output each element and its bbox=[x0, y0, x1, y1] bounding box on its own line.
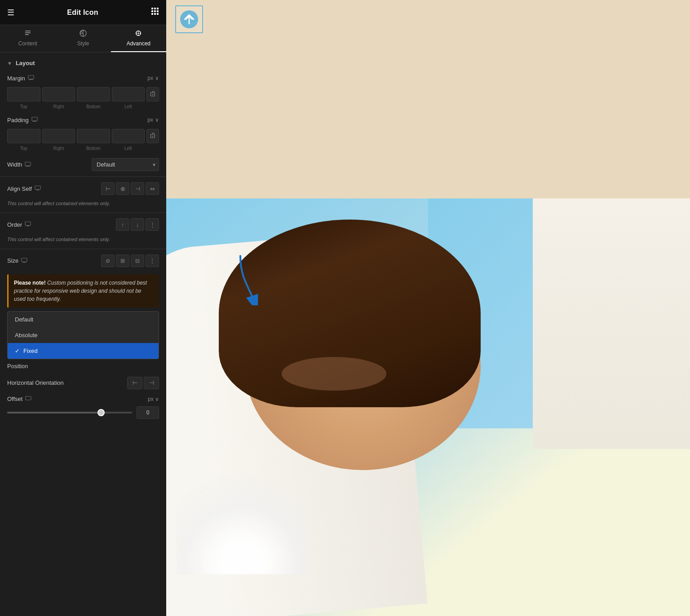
offset-slider-thumb[interactable] bbox=[97, 409, 105, 416]
size-fit-button[interactable]: ⊞ bbox=[116, 255, 129, 267]
padding-left-input[interactable] bbox=[112, 129, 145, 143]
svg-rect-3 bbox=[151, 10, 153, 12]
tabs-bar: Content Style bbox=[0, 25, 166, 53]
warning-box: Please note! Custom positioning is not c… bbox=[7, 274, 159, 308]
svg-rect-8 bbox=[157, 13, 159, 15]
align-right-button[interactable]: ⊣ bbox=[131, 182, 144, 195]
margin-control-row: Margin px ∨ bbox=[0, 71, 166, 85]
align-left-button[interactable]: ⊢ bbox=[101, 182, 115, 195]
padding-right-label: Right bbox=[42, 146, 75, 151]
position-label: Position bbox=[7, 363, 28, 370]
warning-text: Please note! Custom positioning is not c… bbox=[14, 279, 154, 303]
svg-rect-34 bbox=[22, 258, 27, 262]
size-expand-button[interactable]: ⊟ bbox=[131, 255, 144, 267]
canvas-area bbox=[166, 0, 690, 616]
padding-bottom-label: Bottom bbox=[77, 146, 110, 151]
offset-value-box[interactable]: 0 bbox=[137, 406, 159, 419]
width-select[interactable]: Default Custom Full Width Inline bbox=[92, 158, 159, 171]
offset-slider-fill bbox=[7, 412, 101, 414]
sidebar-content: ▼ Layout Margin px ∨ bbox=[0, 53, 166, 616]
svg-rect-14 bbox=[140, 33, 141, 34]
width-select-wrapper[interactable]: Default Custom Full Width Inline bbox=[92, 158, 159, 171]
padding-top-input[interactable] bbox=[7, 129, 40, 143]
align-stretch-button[interactable]: ⇔ bbox=[146, 182, 159, 195]
svg-rect-6 bbox=[151, 13, 153, 15]
position-fixed-check: ✓ bbox=[15, 348, 20, 354]
order-control-row: Order ↑ ↓ ⋮ bbox=[0, 215, 166, 234]
position-absolute-label: Absolute bbox=[15, 332, 38, 339]
svg-rect-11 bbox=[138, 31, 139, 32]
padding-monitor-icon bbox=[31, 116, 38, 123]
offset-monitor-icon bbox=[25, 396, 31, 403]
position-fixed-option[interactable]: ✓ Fixed bbox=[8, 343, 159, 359]
size-label: Size bbox=[7, 257, 27, 264]
margin-label: Margin bbox=[7, 75, 34, 82]
svg-rect-23 bbox=[32, 121, 37, 122]
size-buttons: ⊘ ⊞ ⊟ ⋮ bbox=[101, 255, 159, 267]
margin-bottom-input[interactable] bbox=[77, 87, 110, 101]
margin-link-button[interactable] bbox=[146, 87, 159, 101]
offset-unit-control[interactable]: px ∨ bbox=[148, 396, 159, 402]
position-fixed-label: Fixed bbox=[23, 348, 38, 354]
position-absolute-option[interactable]: Absolute bbox=[8, 327, 159, 343]
align-self-label: Align Self bbox=[7, 185, 41, 192]
header: ☰ Edit Icon bbox=[0, 0, 166, 25]
svg-rect-35 bbox=[23, 262, 26, 263]
style-icon bbox=[80, 30, 87, 39]
layout-section-header[interactable]: ▼ Layout bbox=[0, 53, 166, 71]
horiz-right-button[interactable]: ⊣ bbox=[144, 377, 159, 389]
grid-icon[interactable] bbox=[151, 7, 159, 18]
svg-rect-1 bbox=[154, 8, 156, 9]
tab-style[interactable]: Style bbox=[55, 25, 111, 52]
align-self-monitor-icon bbox=[35, 185, 41, 192]
margin-top-label: Top bbox=[7, 104, 40, 109]
menu-icon[interactable]: ☰ bbox=[7, 8, 14, 18]
horiz-left-button[interactable]: ⊢ bbox=[127, 377, 142, 389]
tab-advanced-label: Advanced bbox=[127, 40, 150, 47]
svg-rect-15 bbox=[28, 75, 34, 79]
tab-content[interactable]: Content bbox=[0, 25, 55, 52]
align-self-note: This control will affect contained eleme… bbox=[0, 198, 166, 211]
svg-rect-29 bbox=[26, 166, 30, 167]
padding-left-label: Left bbox=[112, 146, 145, 151]
section-arrow-icon: ▼ bbox=[7, 61, 12, 66]
horiz-buttons: ⊢ ⊣ bbox=[127, 377, 159, 389]
padding-unit-control[interactable]: px ∨ bbox=[147, 117, 159, 123]
margin-right-input[interactable] bbox=[42, 87, 75, 101]
position-default-option[interactable]: Default bbox=[8, 312, 159, 327]
canvas-icon-inner bbox=[180, 10, 198, 28]
width-label: Width bbox=[7, 161, 31, 168]
canvas-top-section bbox=[166, 0, 690, 202]
margin-top-input[interactable] bbox=[7, 87, 40, 101]
margin-monitor-icon bbox=[28, 75, 34, 82]
width-monitor-icon bbox=[25, 161, 31, 168]
margin-left-input[interactable] bbox=[112, 87, 145, 101]
order-buttons: ↑ ↓ ⋮ bbox=[116, 218, 159, 231]
position-dropdown: Default Absolute ✓ Fixed bbox=[7, 311, 159, 359]
svg-rect-27 bbox=[25, 162, 31, 166]
offset-label: Offset bbox=[7, 396, 31, 403]
tab-advanced[interactable]: Advanced bbox=[111, 25, 166, 52]
svg-rect-17 bbox=[29, 79, 33, 80]
margin-unit-control[interactable]: px ∨ bbox=[147, 75, 159, 81]
size-more-button[interactable]: ⋮ bbox=[146, 255, 159, 267]
svg-rect-7 bbox=[154, 13, 156, 15]
order-up-button[interactable]: ↑ bbox=[116, 218, 129, 231]
margin-right-label: Right bbox=[42, 104, 75, 109]
padding-right-input[interactable] bbox=[42, 129, 75, 143]
width-control-row: Width Default Custom Full Width Inline bbox=[0, 154, 166, 175]
svg-rect-20 bbox=[153, 95, 153, 96]
order-more-button[interactable]: ⋮ bbox=[146, 218, 159, 231]
padding-link-button[interactable] bbox=[146, 129, 159, 143]
position-default-label: Default bbox=[15, 316, 33, 323]
svg-rect-0 bbox=[151, 8, 153, 9]
size-control-row: Size ⊘ ⊞ ⊟ ⋮ bbox=[0, 251, 166, 271]
advanced-icon bbox=[135, 30, 142, 39]
size-auto-button[interactable]: ⊘ bbox=[101, 255, 115, 267]
offset-slider-track[interactable] bbox=[7, 412, 132, 414]
margin-inputs bbox=[0, 85, 166, 103]
padding-bottom-input[interactable] bbox=[77, 129, 110, 143]
align-center-button[interactable]: ⊕ bbox=[116, 182, 129, 195]
order-down-button[interactable]: ↓ bbox=[131, 218, 144, 231]
margin-left-label: Left bbox=[112, 104, 145, 109]
